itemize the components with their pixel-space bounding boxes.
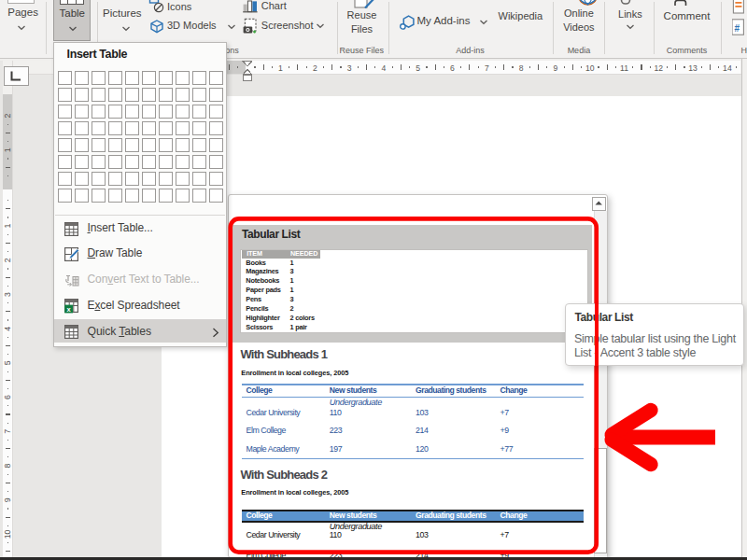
- svg-text:14: 14: [723, 63, 732, 73]
- svg-text:7: 7: [485, 63, 489, 73]
- svg-text:4: 4: [3, 327, 12, 331]
- svg-text:9: 9: [554, 63, 558, 73]
- svg-text:12: 12: [655, 63, 664, 73]
- svg-text:5: 5: [416, 63, 420, 73]
- svg-text:2: 2: [3, 258, 12, 262]
- svg-text:4: 4: [382, 63, 387, 73]
- svg-text:11: 11: [620, 63, 628, 73]
- svg-text:1: 1: [278, 63, 283, 73]
- svg-text:3: 3: [3, 292, 12, 297]
- svg-text:6: 6: [3, 395, 12, 399]
- svg-text:9: 9: [3, 497, 12, 502]
- svg-text:10: 10: [585, 63, 595, 73]
- svg-text:8: 8: [3, 463, 12, 468]
- svg-text:3: 3: [347, 63, 352, 73]
- svg-text:13: 13: [688, 63, 698, 73]
- svg-text:1: 1: [3, 147, 12, 152]
- svg-text:8: 8: [519, 63, 524, 73]
- svg-text:10: 10: [3, 529, 12, 539]
- svg-text:6: 6: [450, 63, 455, 73]
- svg-text:2: 2: [3, 113, 12, 118]
- svg-text:2: 2: [313, 63, 317, 73]
- svg-text:7: 7: [3, 429, 12, 434]
- svg-text:1: 1: [3, 224, 12, 229]
- svg-text:5: 5: [3, 360, 12, 365]
